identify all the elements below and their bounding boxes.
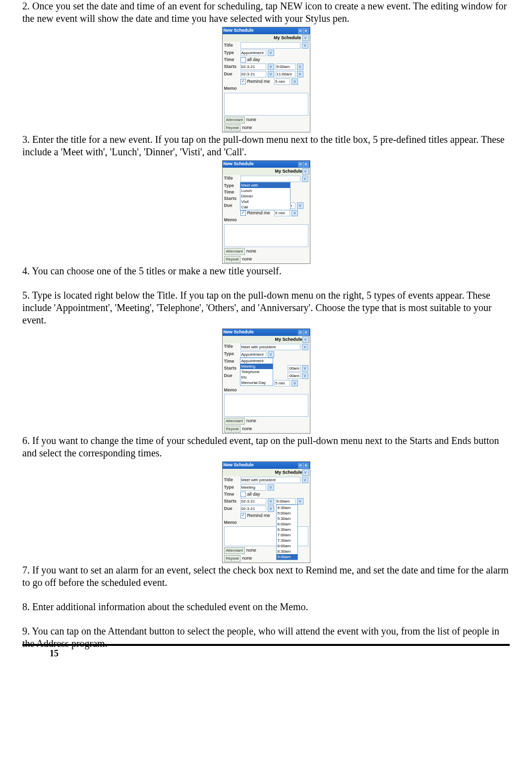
type-select[interactable]: Appointment (240, 50, 266, 56)
dropdown-option[interactable]: Meeting (240, 364, 273, 369)
chevron-down-icon[interactable]: v (302, 168, 309, 175)
ok-icon[interactable]: o (298, 162, 303, 167)
time-label: Time (224, 57, 239, 63)
due-date[interactable]: 02-3-21 (240, 71, 266, 77)
step-9-text: 9. You can tap on the Attendant button t… (22, 625, 510, 650)
memo-label: Memo (224, 86, 239, 91)
screenshot-3: New Scheduleox My Schedulev TitleMeet wi… (222, 328, 310, 434)
category-dropdown[interactable]: My Schedule v (223, 34, 310, 42)
starts-date[interactable]: 02-3-21 (240, 64, 266, 70)
attendant-value: none (246, 117, 256, 123)
chevron-down-icon[interactable]: v (268, 71, 274, 77)
close-icon[interactable]: x (303, 162, 309, 167)
attendant-button[interactable]: Attendant (224, 117, 245, 124)
screenshot-2: New Scheduleox My Schedulev Titlev Type … (222, 160, 310, 264)
step-7-text: 7. If you want to set an alarm for an ev… (22, 564, 510, 589)
ok-icon[interactable]: o (298, 330, 303, 335)
chevron-down-icon[interactable]: v (297, 71, 303, 77)
dropdown-option[interactable]: 4:30am (277, 505, 297, 510)
chevron-down-icon[interactable]: v (292, 78, 298, 85)
step-2-text: 2. Once you set the date and time of an … (22, 0, 510, 25)
close-icon[interactable]: x (303, 330, 309, 335)
dropdown-option[interactable]: 6:30am (277, 527, 297, 532)
dropdown-option[interactable]: Appointment (240, 358, 273, 364)
allday-checkbox[interactable] (240, 492, 246, 497)
close-icon[interactable]: x (303, 463, 309, 468)
chevron-down-icon[interactable]: v (302, 176, 308, 182)
title-input[interactable]: Meet with president (240, 477, 300, 483)
dropdown-option[interactable]: 7:00am (277, 532, 297, 538)
due-time[interactable]: 11:00am (276, 71, 296, 77)
screenshot-4: New Scheduleox My Schedulev TitleMeet wi… (222, 461, 310, 563)
remind-value[interactable]: 5 min (274, 78, 290, 85)
type-select[interactable]: Meeting (240, 484, 266, 491)
step-4-text: 4. You can choose one of the 5 titles or… (22, 265, 510, 277)
type-dropdown-list[interactable]: AppointmentMeetingTelephoneEtcMemorial D… (240, 358, 273, 386)
ok-icon[interactable]: o (298, 28, 303, 34)
chevron-down-icon[interactable]: v (268, 64, 274, 70)
time-dropdown-list[interactable]: 4:30am5:00am5:30am6:00am6:30am7:00am7:30… (276, 505, 298, 560)
title-dropdown-list[interactable]: Meet withLunchDinnerVisitCall (240, 182, 291, 210)
dropdown-option[interactable]: 9:00am (277, 554, 297, 560)
memo-textarea[interactable] (224, 93, 308, 116)
dropdown-option[interactable]: 5:00am (277, 510, 297, 516)
memo-textarea[interactable] (224, 224, 308, 247)
dropdown-option[interactable]: Call (240, 204, 290, 210)
dropdown-option[interactable]: Meet with (240, 183, 290, 188)
step-3-text: 3. Enter the title for a new event. If y… (22, 133, 510, 158)
allday-checkbox[interactable] (240, 57, 246, 63)
dropdown-option[interactable]: Telephone (240, 369, 273, 375)
close-icon[interactable]: x (303, 28, 309, 34)
window-titlebar: New Schedule ox (223, 27, 310, 34)
dropdown-option[interactable]: 8:30am (277, 549, 297, 554)
title-label: Title (224, 43, 239, 48)
due-label: Due (224, 71, 239, 77)
repeat-value: none (242, 125, 252, 130)
allday-label: all day (247, 57, 260, 63)
dropdown-option[interactable]: Etc (240, 375, 273, 380)
remind-checkbox[interactable]: ✓ (240, 79, 246, 84)
window-title: New Schedule (224, 28, 254, 33)
dropdown-option[interactable]: 5:30am (277, 516, 297, 521)
type-label: Type (224, 50, 239, 56)
chevron-down-icon[interactable]: v (297, 64, 303, 70)
memo-textarea[interactable] (224, 394, 308, 417)
dropdown-option[interactable]: 7:30am (277, 538, 297, 543)
remind-label: Remind me (247, 79, 270, 84)
ok-icon[interactable]: o (298, 463, 303, 468)
title-input[interactable]: Meet with president (240, 344, 300, 350)
starts-time[interactable]: 9:00am (276, 64, 296, 70)
dropdown-option[interactable]: 8:00am (277, 543, 297, 549)
repeat-button[interactable]: Repeat (224, 125, 241, 131)
step-8-text: 8. Enter additional information about th… (22, 601, 510, 613)
dropdown-option[interactable]: Visit (240, 199, 290, 204)
window-controls[interactable]: ox (298, 28, 309, 34)
step-5-text: 5. Type is located right below the Title… (22, 289, 510, 326)
dropdown-option[interactable]: 6:00am (277, 521, 297, 527)
type-select[interactable]: Appointment (240, 351, 266, 358)
starts-label: Starts (224, 64, 239, 69)
chevron-down-icon[interactable]: v (302, 42, 308, 49)
chevron-down-icon[interactable]: v (268, 50, 274, 56)
chevron-down-icon[interactable]: v (302, 35, 309, 41)
title-input[interactable] (240, 42, 300, 49)
step-6-text: 6. If you want to change the time of you… (22, 435, 510, 459)
dropdown-option[interactable]: Memorial Day (240, 380, 273, 385)
screenshot-1: New Schedule ox My Schedule v Titlev Typ… (222, 27, 310, 132)
dropdown-option[interactable]: Lunch (240, 188, 290, 193)
dropdown-option[interactable]: Dinner (240, 193, 290, 199)
starts-time[interactable]: 9:00am (276, 498, 296, 505)
title-input[interactable] (240, 176, 300, 182)
